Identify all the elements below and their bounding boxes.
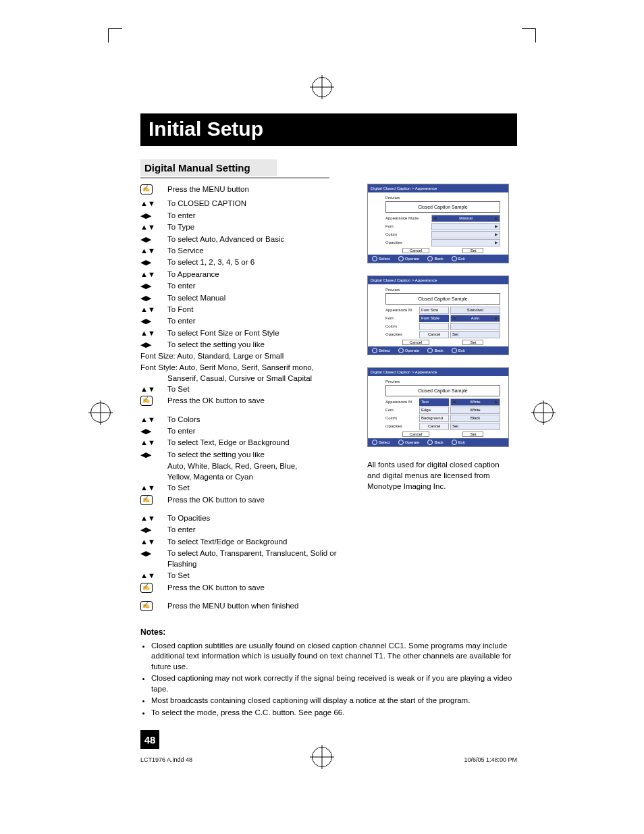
footer-left: LCT1976 A.indd 48 (140, 756, 192, 763)
notes-heading: Notes: (140, 627, 517, 637)
up-down-icon: ▲▼ (140, 384, 167, 394)
instruction-step: ▲▼To Colors (140, 414, 348, 425)
instruction-step: ▲▼To select Text/Edge or Background (140, 536, 348, 547)
instruction-text: To select Text/Edge or Background (167, 536, 348, 547)
instruction-text: To enter (167, 280, 348, 291)
osd-preview-label: Preview (385, 196, 500, 200)
osd-row: Font◀▶ (368, 222, 508, 230)
crop-mark-tr (522, 28, 536, 43)
instruction-step: ▲▼To Appearance (140, 269, 348, 280)
instruction-text: Press the OK button to save (167, 582, 348, 596)
left-right-icon: ◀▶ (140, 280, 167, 291)
font-size-note: Font Size: Auto, Standard, Large or Smal… (140, 350, 348, 361)
instruction-text: To select 1, 2, 3, 4, 5 or 6 (167, 257, 348, 267)
up-down-icon: ▲▼ (140, 269, 167, 280)
section-heading: Digital Manual Setting (140, 159, 277, 176)
instruction-step: Press the MENU button (140, 184, 348, 197)
instruction-step: ▲▼To Type (140, 221, 348, 232)
up-down-icon: ▲▼ (140, 513, 167, 523)
up-down-icon: ▲▼ (140, 198, 167, 209)
section-underline (140, 178, 329, 178)
instruction-step: ◀▶To select Manual (140, 292, 348, 303)
instruction-step: ▲▼To select Text, Edge or Background (140, 437, 348, 448)
instruction-step: ◀▶To enter (140, 524, 348, 535)
instruction-text: To select Text, Edge or Background (167, 437, 348, 448)
instruction-text: To Colors (167, 414, 348, 425)
instruction-step: ▲▼To Service (140, 245, 348, 256)
instruction-step: ▲▼To CLOSED CAPTION (140, 198, 348, 209)
instruction-text: Press the OK button to save (167, 395, 348, 409)
osd-set-button: Set (462, 248, 483, 253)
osd-row: OpacitiesCancelSet (368, 330, 508, 338)
instruction-text: Press the OK button to save (167, 494, 348, 508)
instruction-text: To enter (167, 210, 348, 221)
instruction-text: To CLOSED CAPTION (167, 198, 348, 209)
remote-icon (140, 184, 167, 197)
instruction-text: Press the MENU button (167, 184, 348, 197)
instruction-text: To select the setting you like (167, 449, 348, 460)
left-right-icon: ◀▶ (140, 292, 167, 303)
up-down-icon: ▲▼ (140, 304, 167, 315)
note-item: Closed captioning may not work correctly… (151, 673, 517, 694)
left-right-icon: ◀▶ (140, 234, 167, 244)
instructions-column: Press the MENU button▲▼To CLOSED CAPTION… (140, 184, 348, 615)
instruction-step: ▲▼To select Font Size or Font Style (140, 328, 348, 338)
left-right-icon: ◀▶ (140, 257, 167, 267)
left-right-icon: ◀▶ (140, 524, 167, 535)
instruction-step: ◀▶To select 1, 2, 3, 4, 5 or 6 (140, 257, 348, 267)
instruction-text: To Opacities (167, 513, 348, 523)
note-item: To select the mode, press the C.C. butto… (151, 708, 517, 719)
instruction-text: To select Auto, Transparent, Translucent… (167, 548, 348, 569)
instruction-step: ◀▶To enter (140, 315, 348, 326)
osd-row: FontFont Style◀Auto▶ (368, 314, 508, 322)
instruction-text: To Service (167, 245, 348, 256)
instruction-step: ▲▼To Opacities (140, 513, 348, 523)
note-item: Closed caption subtitles are usually fou… (151, 641, 517, 673)
instruction-step: ▲▼To Font (140, 304, 348, 315)
up-down-icon: ▲▼ (140, 221, 167, 232)
osd-preview-sample: Closed Caption Sample (385, 201, 500, 213)
crop-mark-tl (108, 28, 122, 43)
instruction-text: To select Auto, Advanced or Basic (167, 234, 348, 244)
osd-row: Colors◀▶ (368, 230, 508, 238)
osd-appearance-mode: Digital Closed Caption > Appearance Prev… (367, 184, 509, 263)
osd-row: Appearance Mode◀Manual▶ (368, 214, 508, 222)
left-right-icon: ◀▶ (140, 210, 167, 221)
instruction-step: ◀▶To select the setting you like (140, 339, 348, 350)
osd-breadcrumb: Digital Closed Caption > Appearance (368, 184, 508, 192)
instruction-text: To select Manual (167, 292, 348, 303)
up-down-icon: ▲▼ (140, 536, 167, 547)
left-right-icon: ◀▶ (140, 315, 167, 326)
instruction-step: ▲▼To Set (140, 384, 348, 394)
osd-row: FontEdgeWhite (368, 406, 508, 414)
colors-sub-1: Auto, White, Black, Red, Green, Blue, (167, 461, 348, 471)
osd-footer: Select Operate Back Exit (368, 255, 508, 263)
instruction-text: To select the setting you like (167, 339, 348, 350)
osd-row: ColorsBackgroundBlack (368, 414, 508, 422)
remote-icon (140, 395, 167, 409)
page-number: 48 (140, 730, 159, 749)
instruction-text: To enter (167, 524, 348, 535)
instruction-step: ◀▶To select Auto, Transparent, Transluce… (140, 548, 348, 569)
osd-button-row: Cancel Set (368, 246, 508, 255)
footer-right: 10/6/05 1:48:00 PM (464, 756, 517, 763)
instruction-step: ◀▶To enter (140, 280, 348, 291)
instruction-text: To Set (167, 384, 348, 394)
instruction-text: To select Font Size or Font Style (167, 328, 348, 338)
left-right-icon: ◀▶ (140, 425, 167, 436)
instruction-text: To enter (167, 315, 348, 326)
osd-row: OpacitiesCancelSet (368, 422, 508, 430)
up-down-icon: ▲▼ (140, 414, 167, 425)
up-down-icon: ▲▼ (140, 570, 167, 581)
font-style-note-1: Font Style: Auto, Serif Mono, Serif, San… (140, 362, 348, 373)
screenshots-column: Digital Closed Caption > Appearance Prev… (367, 184, 509, 615)
osd-row: Appearance MFont SizeStandard (368, 306, 508, 314)
up-down-icon: ▲▼ (140, 482, 167, 493)
left-right-icon: ◀▶ (140, 548, 167, 569)
registration-mark-left (90, 402, 111, 423)
osd-font: Digital Closed Caption > Appearance Prev… (367, 276, 509, 355)
instruction-text: To Set (167, 482, 348, 493)
instruction-step: ▲▼To Set (140, 482, 348, 493)
left-right-icon: ◀▶ (140, 449, 167, 460)
instruction-step: ◀▶To enter (140, 425, 348, 436)
